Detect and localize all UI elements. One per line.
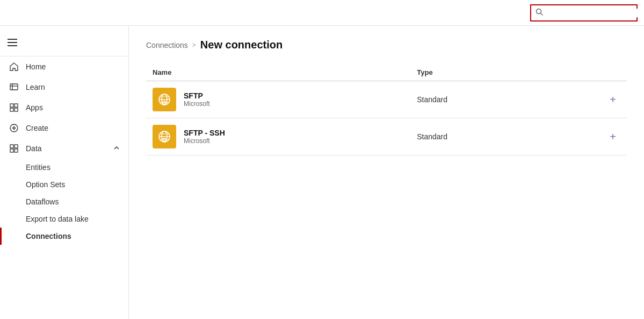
content-area: Connections > New connection Name Type	[129, 26, 644, 319]
sidebar-nav: Home Learn	[0, 56, 128, 245]
sftp-type: Standard	[410, 81, 578, 118]
sidebar-item-learn[interactable]: Learn	[0, 77, 128, 97]
sidebar-item-learn-label: Learn	[26, 83, 45, 91]
sftp-name-cell: SFTP Microsoft	[146, 81, 410, 118]
column-header-name: Name	[146, 64, 410, 81]
svg-rect-7	[10, 108, 13, 111]
sidebar-item-data-label: Data	[26, 144, 42, 153]
sftp-name-group: SFTP Microsoft	[153, 88, 404, 111]
sftp-ssh-add-cell: +	[579, 118, 627, 155]
learn-icon	[9, 82, 19, 92]
sidebar-item-entities[interactable]: Entities	[0, 159, 128, 176]
apps-icon	[9, 103, 19, 112]
sidebar-top	[0, 26, 128, 56]
svg-line-1	[541, 13, 543, 16]
hamburger-button[interactable]	[4, 36, 20, 49]
table-header-row: Name Type	[146, 64, 627, 81]
column-header-type: Type	[410, 64, 578, 81]
sidebar-item-apps[interactable]: Apps	[0, 97, 128, 118]
data-icon	[9, 144, 19, 153]
main-layout: Home Learn	[0, 26, 644, 319]
svg-rect-5	[10, 104, 13, 107]
column-header-action	[579, 64, 627, 81]
table-row: SFTP - SSH Microsoft Standard +	[146, 118, 627, 155]
sftp-add-button[interactable]: +	[605, 91, 620, 108]
sidebar-item-create-label: Create	[26, 124, 48, 132]
entities-label: Entities	[26, 163, 50, 172]
connections-list: SFTP Microsoft Standard +	[146, 81, 627, 155]
sidebar: Home Learn	[0, 26, 129, 319]
sftp-ssh-name-group: SFTP - SSH Microsoft	[153, 125, 404, 148]
sidebar-item-dataflows[interactable]: Dataflows	[0, 193, 128, 210]
create-icon	[9, 123, 19, 133]
svg-rect-8	[15, 108, 18, 111]
sidebar-item-option-sets[interactable]: Option Sets	[0, 176, 128, 193]
sftp-icon	[153, 88, 176, 111]
sftp-add-cell: +	[579, 81, 627, 118]
search-icon	[536, 8, 543, 17]
svg-rect-15	[15, 149, 18, 152]
sftp-text: SFTP Microsoft	[184, 91, 210, 108]
sftp-ssh-text: SFTP - SSH Microsoft	[184, 129, 225, 145]
sidebar-item-apps-label: Apps	[26, 103, 43, 112]
breadcrumb-current: New connection	[200, 39, 283, 51]
chevron-up-icon	[113, 144, 120, 153]
sftp-ssh-name-cell: SFTP - SSH Microsoft	[146, 118, 410, 155]
search-box: SFTP ✕	[530, 4, 638, 22]
breadcrumb-parent[interactable]: Connections	[146, 41, 188, 49]
sidebar-item-home-label: Home	[26, 62, 46, 71]
svg-rect-6	[15, 104, 18, 107]
option-sets-label: Option Sets	[26, 180, 65, 189]
sftp-ssh-icon	[153, 125, 176, 148]
connections-table: Name Type	[146, 64, 627, 155]
table-row: SFTP Microsoft Standard +	[146, 81, 627, 118]
home-icon	[9, 62, 19, 72]
sidebar-item-connections[interactable]: Connections	[0, 228, 128, 245]
export-data-lake-label: Export to data lake	[26, 215, 89, 223]
svg-rect-2	[10, 84, 18, 90]
sftp-ssh-add-button[interactable]: +	[605, 129, 620, 145]
sftp-ssh-vendor: Microsoft	[184, 137, 225, 145]
search-input[interactable]: SFTP	[546, 9, 640, 17]
svg-rect-14	[10, 149, 13, 152]
hamburger-icon	[8, 39, 17, 46]
top-bar: SFTP ✕	[0, 0, 644, 26]
data-submenu: Entities Option Sets Dataflows Export to…	[0, 159, 128, 245]
breadcrumb: Connections > New connection	[146, 39, 627, 51]
breadcrumb-separator: >	[192, 41, 196, 49]
dataflows-label: Dataflows	[26, 197, 59, 206]
svg-rect-12	[10, 145, 13, 148]
sftp-name: SFTP	[184, 91, 210, 100]
sidebar-item-home[interactable]: Home	[0, 56, 128, 77]
sidebar-item-create[interactable]: Create	[0, 118, 128, 138]
sidebar-item-export-data-lake[interactable]: Export to data lake	[0, 210, 128, 228]
svg-rect-13	[15, 145, 18, 148]
sidebar-item-data[interactable]: Data	[0, 138, 128, 159]
connections-label: Connections	[26, 232, 71, 240]
sftp-ssh-type: Standard	[410, 118, 578, 155]
sftp-ssh-name: SFTP - SSH	[184, 129, 225, 137]
sftp-vendor: Microsoft	[184, 100, 210, 108]
